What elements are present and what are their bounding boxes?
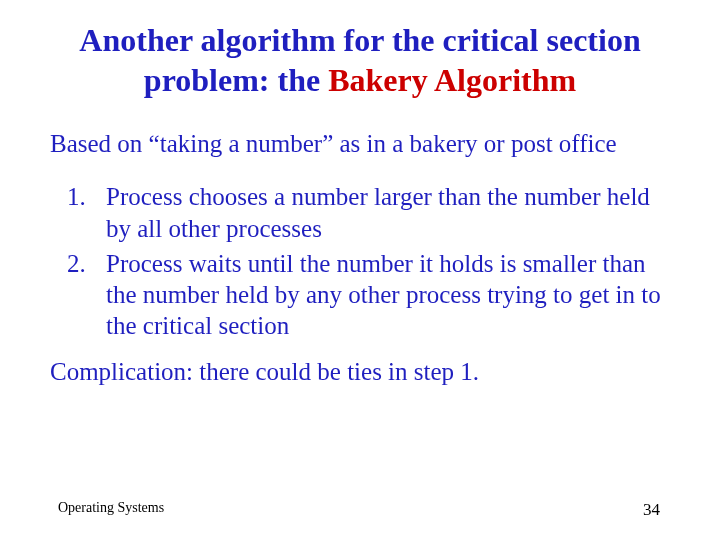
steps-list: Process chooses a number larger than the… (50, 181, 670, 341)
footer-page-number: 34 (643, 500, 660, 520)
list-item: Process chooses a number larger than the… (92, 181, 670, 244)
slide: Another algorithm for the critical secti… (0, 0, 720, 540)
intro-text: Based on “taking a number” as in a baker… (50, 128, 670, 159)
footer-course: Operating Systems (58, 500, 164, 516)
title-highlight: Bakery Algorithm (328, 62, 576, 98)
complication-text: Complication: there could be ties in ste… (50, 356, 670, 387)
slide-title: Another algorithm for the critical secti… (50, 20, 670, 100)
list-item: Process waits until the number it holds … (92, 248, 670, 342)
